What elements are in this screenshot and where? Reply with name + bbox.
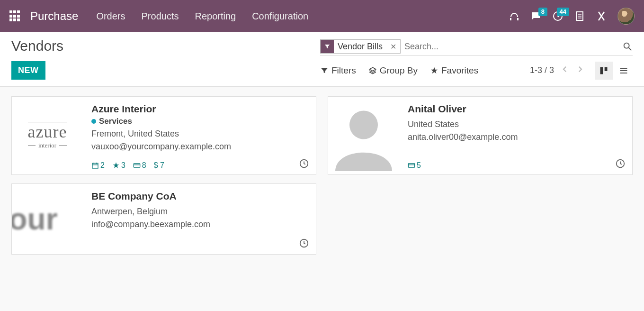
favorites-label: Favorites (441, 65, 478, 76)
nav-reporting[interactable]: Reporting (195, 11, 236, 22)
search-input[interactable] (404, 40, 618, 54)
search-icon[interactable] (622, 41, 633, 52)
filters-label: Filters (331, 65, 356, 76)
card-icon (133, 162, 141, 169)
search-box[interactable]: Vendor Bills ✕ (320, 38, 633, 55)
pager-next[interactable] (576, 65, 584, 76)
vendor-logo: azure interior (12, 97, 83, 174)
svg-point-5 (624, 43, 629, 48)
app-title[interactable]: Purchase (30, 9, 78, 23)
tools-icon[interactable] (596, 10, 607, 22)
activity-icon[interactable] (299, 238, 309, 248)
person-icon (328, 97, 399, 174)
stat-value: 2 (100, 161, 105, 170)
svg-rect-7 (600, 67, 603, 74)
vendor-avatar (328, 97, 399, 174)
svg-rect-21 (408, 164, 414, 167)
vendor-name: Azure Interior (91, 103, 307, 115)
activities-icon[interactable]: 44 (552, 10, 564, 22)
vendor-card[interactable]: our BE Company CoA Antwerpen, Belgium in… (11, 183, 316, 255)
filter-chip-vendor-bills[interactable]: Vendor Bills ✕ (320, 39, 401, 54)
star-icon (112, 162, 120, 169)
stat-bills[interactable]: 8 (133, 161, 146, 170)
stat-value: 3 (121, 161, 125, 170)
stat-value: 5 (417, 161, 421, 170)
view-kanban[interactable] (595, 62, 613, 80)
discuss-icon[interactable]: 8 (530, 10, 542, 22)
sheet-icon[interactable] (574, 10, 585, 22)
discuss-badge: 8 (538, 8, 547, 16)
stat-amount[interactable]: $ 7 (154, 161, 164, 170)
vendor-card[interactable]: Anital Oliver United States anita.oliver… (328, 96, 633, 175)
filters-button[interactable]: Filters (320, 65, 356, 76)
favorites-button[interactable]: Favorites (430, 65, 478, 76)
page-title: Vendors (11, 38, 63, 54)
vendor-email: vauxoo@yourcompany.example.com (91, 142, 307, 152)
vendor-card[interactable]: azure interior Azure Interior Services F… (11, 96, 316, 175)
svg-rect-16 (134, 164, 140, 167)
stat-opportunities[interactable]: 3 (112, 161, 125, 170)
filter-chip-remove[interactable]: ✕ (386, 42, 400, 51)
activity-icon[interactable] (299, 158, 309, 169)
svg-line-6 (629, 48, 632, 51)
user-avatar[interactable] (617, 8, 635, 25)
vendor-location: United States (408, 119, 624, 129)
filter-icon (321, 40, 334, 53)
stat-meetings[interactable]: 2 (91, 161, 105, 170)
activity-icon[interactable] (615, 158, 626, 169)
groupby-label: Group By (380, 65, 418, 76)
filter-chip-label: Vendor Bills (334, 42, 386, 52)
activities-badge: 44 (557, 8, 569, 16)
nav-configuration[interactable]: Configuration (252, 11, 308, 22)
vendor-location: Fremont, United States (91, 129, 307, 139)
vendor-name: BE Company CoA (91, 191, 307, 202)
pager-prev[interactable] (561, 65, 569, 76)
stat-bills[interactable]: 5 (408, 161, 421, 170)
svg-point-20 (349, 111, 378, 139)
vendor-tag-label: Services (99, 117, 132, 126)
pager-text[interactable]: 1-3 / 3 (530, 65, 554, 75)
svg-rect-8 (605, 67, 608, 71)
nav-products[interactable]: Products (142, 11, 179, 22)
new-button[interactable]: NEW (11, 61, 45, 80)
card-icon (408, 162, 415, 169)
vendor-name: Anital Oliver (408, 103, 624, 115)
vendor-email: anita.oliver00@example.com (408, 132, 624, 142)
tag-dot (91, 119, 96, 124)
vendor-logo: our (12, 184, 83, 254)
nav-orders[interactable]: Orders (96, 11, 125, 22)
calendar-icon (91, 162, 99, 169)
vendor-tag: Services (91, 117, 307, 126)
groupby-button[interactable]: Group By (368, 65, 418, 76)
voip-icon[interactable] (509, 10, 520, 22)
stat-value: $ 7 (154, 161, 164, 170)
svg-rect-12 (92, 163, 98, 168)
vendor-email: info@company.beexample.com (91, 220, 307, 229)
stat-value: 8 (142, 161, 146, 170)
apps-icon[interactable] (9, 10, 21, 22)
view-list[interactable] (615, 62, 633, 80)
vendor-location: Antwerpen, Belgium (91, 207, 307, 217)
